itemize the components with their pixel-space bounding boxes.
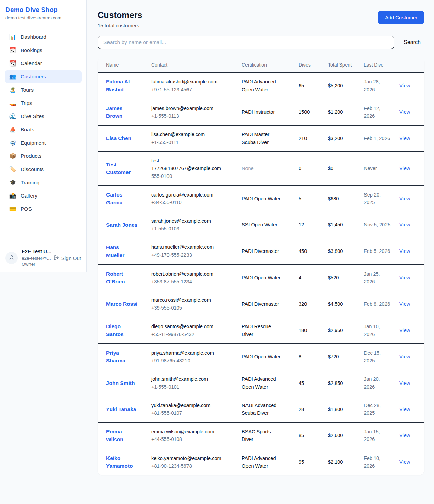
view-link[interactable]: View <box>399 328 410 333</box>
people-icon: 👥 <box>9 74 16 79</box>
customer-name-link[interactable]: Carlos Garcia <box>106 191 138 207</box>
view-link[interactable]: View <box>399 275 410 280</box>
total-spent: $3,200 <box>324 126 360 152</box>
customer-phone: +44-555-0108 <box>151 435 234 443</box>
sidebar-item-customers[interactable]: 👥 Customers <box>5 70 82 83</box>
sidebar-item-equipment[interactable]: 🤿 Equipment <box>5 136 82 149</box>
customer-phone: +1-555-0103 <box>151 225 234 233</box>
view-link[interactable]: View <box>399 459 410 465</box>
certification-cell: BSAC Sports Diver <box>238 422 295 449</box>
total-spent: $4,500 <box>324 291 360 317</box>
sidebar-item-pos[interactable]: 💳 POS <box>5 203 82 216</box>
view-link[interactable]: View <box>399 166 410 171</box>
total-spent: $0 <box>324 152 360 186</box>
customer-name-link[interactable]: Robert O'Brien <box>106 270 138 286</box>
customer-name-link[interactable]: James Brown <box>106 104 138 120</box>
contact-cell: diego.santos@example.com +55-11-99876-54… <box>147 317 238 343</box>
sidebar-item-discounts[interactable]: 🏷️ Discounts <box>5 163 82 176</box>
customer-name-link[interactable]: Keiko Yamamoto <box>106 454 138 470</box>
sidebar-nav: 📊 Dashboard 📅 Bookings 📆 Calendar 👥 Cust… <box>0 26 86 244</box>
table-header-row: Name Contact Certification Dives Total S… <box>98 58 424 73</box>
customer-name-link[interactable]: Emma Wilson <box>106 428 138 444</box>
user-section: E2E Test U... e2e-tester@... Owner Sign … <box>0 244 86 272</box>
customer-name-link[interactable]: Yuki Tanaka <box>106 405 136 413</box>
spiral-calendar-icon: 📆 <box>9 61 16 66</box>
certification-text: NAUI Advanced Scuba Diver <box>242 402 282 417</box>
main-header: Customers 15 total customers Add Custome… <box>98 10 424 29</box>
dives-count: 28 <box>295 396 324 423</box>
view-link[interactable]: View <box>399 433 410 438</box>
customer-table-row: Emma Wilson emma.wilson@example.com +44-… <box>98 422 424 449</box>
sidebar-item-dashboard[interactable]: 📊 Dashboard <box>5 31 82 43</box>
last-dive: Jan 15, 2026 <box>360 422 395 449</box>
customer-name-link[interactable]: Fatima Al-Rashid <box>106 78 138 94</box>
sidebar-item-boats[interactable]: ⛵ Boats <box>5 123 82 136</box>
customer-name-link[interactable]: Hans Mueller <box>106 243 138 259</box>
contact-cell: robert.obrien@example.com +353-87-555-12… <box>147 264 238 291</box>
actions-cell: View <box>395 317 424 343</box>
diving-mask-icon: 🤿 <box>9 140 16 146</box>
actions-cell: View <box>395 422 424 449</box>
sidebar-item-label: POS <box>21 206 32 212</box>
sidebar-item-calendar[interactable]: 📆 Calendar <box>5 57 82 70</box>
view-link[interactable]: View <box>399 196 410 201</box>
customers-table-body: Fatima Al-Rashid fatima.alrashid@example… <box>98 73 424 475</box>
user-role: Owner <box>22 261 50 267</box>
contact-cell: james.brown@example.com +1-555-0113 <box>147 99 238 126</box>
view-link[interactable]: View <box>399 222 410 227</box>
certification-cell: PADI Advanced Open Water <box>238 370 295 396</box>
customer-name-link[interactable]: Priya Sharma <box>106 349 138 365</box>
certification-cell: PADI Divemaster <box>238 291 295 317</box>
sidebar-item-training[interactable]: 🎓 Training <box>5 176 82 189</box>
customer-name-link[interactable]: Test Customer <box>106 161 138 176</box>
view-link[interactable]: View <box>399 136 410 141</box>
certification-cell: PADI Open Water <box>238 344 295 370</box>
customer-name-link[interactable]: Diego Santos <box>106 322 138 338</box>
search-row: Search <box>98 36 424 49</box>
certification-text: PADI Advanced Open Water <box>242 454 282 470</box>
person-icon <box>8 254 15 262</box>
customer-email: marco.rossi@example.com <box>151 296 225 304</box>
user-name: E2E Test U... <box>22 248 50 255</box>
total-spent: $680 <box>324 185 360 212</box>
certification-text: PADI Instructor <box>242 108 275 116</box>
customer-name-link[interactable]: John Smith <box>106 379 135 387</box>
certification-cell: PADI Divemaster <box>238 238 295 264</box>
sidebar-item-trips[interactable]: 🚤 Trips <box>5 97 82 110</box>
view-link[interactable]: View <box>399 354 410 359</box>
name-cell: Hans Mueller <box>98 238 147 264</box>
sidebar-item-label: Customers <box>21 74 46 80</box>
sidebar-item-bookings[interactable]: 📅 Bookings <box>5 44 82 57</box>
sign-out-button[interactable]: Sign Out <box>54 255 81 261</box>
customer-name-link[interactable]: Marco Rossi <box>106 300 137 308</box>
customer-email: fatima.alrashid@example.com <box>151 78 225 86</box>
view-link[interactable]: View <box>399 248 410 254</box>
search-button[interactable]: Search <box>403 39 421 45</box>
last-dive: Feb 1, 2026 <box>360 126 395 152</box>
customer-table-row: Hans Mueller hans.mueller@example.com +4… <box>98 238 424 264</box>
name-cell: Yuki Tanaka <box>98 396 147 423</box>
customer-name-link[interactable]: Sarah Jones <box>106 221 137 229</box>
customer-table-row: Diego Santos diego.santos@example.com +5… <box>98 317 424 343</box>
customer-email: yuki.tanaka@example.com <box>151 402 225 409</box>
sidebar-item-gallery[interactable]: 📸 Gallery <box>5 189 82 202</box>
contact-cell: lisa.chen@example.com +1-555-0111 <box>147 126 238 152</box>
sign-out-label: Sign Out <box>61 255 81 261</box>
user-meta: E2E Test U... e2e-tester@... Owner <box>22 248 50 267</box>
customer-phone: +39-555-0105 <box>151 304 234 312</box>
search-input[interactable] <box>98 36 394 49</box>
sidebar-item-tours[interactable]: 🏝️ Tours <box>5 83 82 96</box>
customer-name-link[interactable]: Lisa Chen <box>106 134 131 142</box>
add-customer-button[interactable]: Add Customer <box>378 11 424 24</box>
view-link[interactable]: View <box>399 301 410 307</box>
sidebar-item-products[interactable]: 📦 Products <box>5 150 82 163</box>
name-cell: Fatima Al-Rashid <box>98 73 147 99</box>
sidebar-item-dive-sites[interactable]: 🌊 Dive Sites <box>5 110 82 123</box>
view-link[interactable]: View <box>399 380 410 386</box>
view-link[interactable]: View <box>399 83 410 88</box>
main-content: Customers 15 total customers Add Custome… <box>87 0 434 484</box>
view-link[interactable]: View <box>399 407 410 412</box>
view-link[interactable]: View <box>399 109 410 115</box>
certification-cell: SSI Open Water <box>238 212 295 238</box>
total-spent: $720 <box>324 344 360 370</box>
